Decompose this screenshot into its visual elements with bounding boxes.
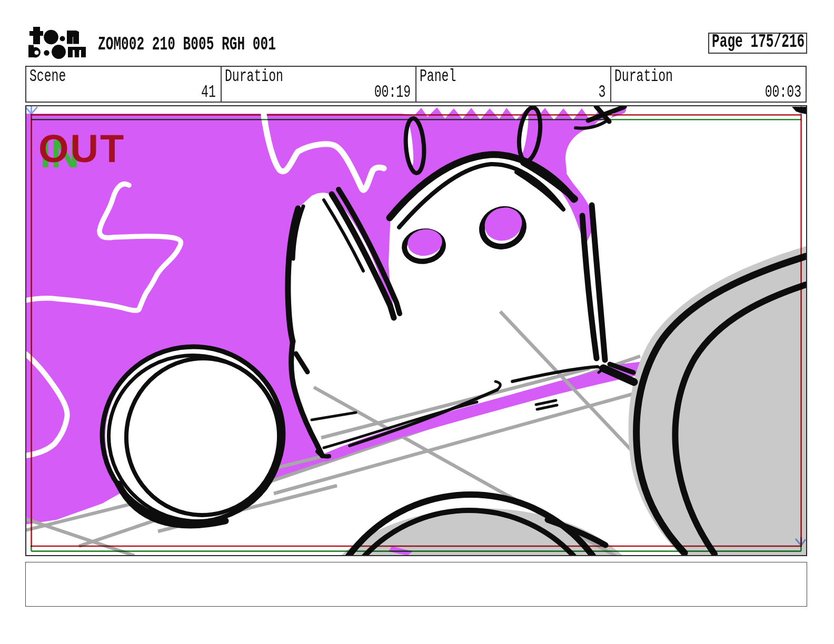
svg-text:OUT: OUT — [38, 127, 125, 170]
